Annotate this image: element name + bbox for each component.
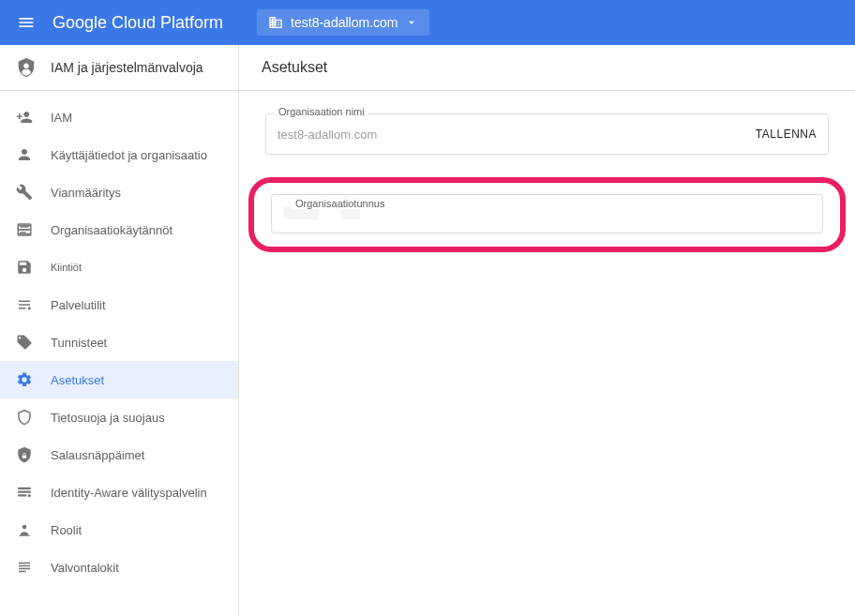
sidebar-item-iam[interactable]: IAM [0,98,238,136]
project-name: test8-adallom.com [291,15,398,30]
chevron-down-icon [405,16,418,29]
shield-outline-icon [15,408,34,427]
sidebar-item-troubleshoot[interactable]: Vianmääritys [0,173,238,211]
sidebar-item-label: Salausnäppäimet [51,448,144,462]
iap-icon [15,483,34,502]
hamburger-icon [17,13,36,32]
sidebar-item-label: Käyttäjätiedot ja organisaatio [51,148,207,162]
org-icon [268,15,283,30]
sidebar-nav: IAMKäyttäjätiedot ja organisaatioVianmää… [0,91,238,586]
org-name-row: test8-adallom.com TALLENNA [265,113,829,155]
accounts-icon [15,295,34,314]
org-id-highlight: Organisaatiotunnus [248,177,846,252]
sidebar-item-privacy[interactable]: Tietosuoja ja suojaus [0,398,238,436]
org-id-field-group: Organisaatiotunnus [271,194,823,233]
save-icon [15,258,34,277]
svg-point-3 [28,494,31,497]
sidebar-title: IAM ja järjestelmänvalvoja [51,60,203,75]
top-header: Google Cloud Platform test8-adallom.com [0,0,855,45]
sidebar-item-service-accounts[interactable]: Palvelutilit [0,286,238,323]
sidebar-item-roles[interactable]: Roolit [0,511,238,548]
svg-point-4 [22,525,27,530]
sidebar-item-identity[interactable]: Käyttäjätiedot ja organisaatio [0,136,238,173]
sidebar-item-label: Tietosuoja ja suojaus [51,411,165,425]
sidebar-item-org-policies[interactable]: Organisaatiokäytännöt [0,211,238,248]
wrench-icon [15,183,34,202]
content: Organisaation nimi test8-adallom.com TAL… [239,91,855,275]
sidebar-item-iap[interactable]: Identity-Aware välityspalvelin [0,473,238,511]
roles-icon [15,520,34,539]
sidebar-item-labels[interactable]: Tunnisteet [0,323,238,361]
sidebar-item-label: Palvelutilit [51,298,106,312]
save-button[interactable]: TALLENNA [756,128,817,141]
sidebar-item-label: Tunnisteet [51,336,107,350]
iam-shield-icon [15,56,38,79]
sidebar-item-quotas[interactable]: Kiintiöt [0,248,238,286]
person-icon [15,145,34,164]
org-name-input[interactable]: test8-adallom.com [278,128,756,142]
sidebar-header: IAM ja järjestelmänvalvoja [0,45,238,91]
sidebar-item-label: Asetukset [51,373,104,387]
svg-point-2 [28,307,31,309]
org-name-label: Organisaation nimi [275,106,368,117]
sidebar-item-encryption[interactable]: Salausnäppäimet [0,436,238,473]
tag-icon [15,333,34,352]
list-icon [15,220,34,239]
sidebar-item-settings[interactable]: Asetukset [0,361,238,398]
shield-lock-icon [15,445,34,464]
org-id-label: Organisaatiotunnus [292,198,388,209]
sidebar: IAM ja järjestelmänvalvoja IAMKäyttäjäti… [0,45,239,616]
page-title: Asetukset [239,45,855,91]
sidebar-item-label: IAM [51,111,72,125]
svg-point-0 [23,63,29,68]
sidebar-item-label: Vianmääritys [51,186,121,200]
sidebar-item-label: Roolit [51,523,82,537]
sidebar-item-label: Organisaatiokäytännöt [51,223,172,237]
person-plus-icon [15,108,34,127]
brand-title: Google Cloud Platform [52,13,223,33]
project-selector[interactable]: test8-adallom.com [257,9,429,36]
sidebar-item-label: Identity-Aware välityspalvelin [51,486,207,500]
sidebar-item-label: Kiintiöt [51,262,82,273]
gear-icon [15,370,34,389]
main: Asetukset Organisaation nimi test8-adall… [239,45,855,616]
org-name-field-group: Organisaation nimi test8-adallom.com TAL… [265,113,829,155]
sidebar-item-audit[interactable]: Valvontalokit [0,548,238,586]
sidebar-item-label: Valvontalokit [51,561,119,575]
audit-icon [15,558,34,577]
hamburger-menu-button[interactable] [8,4,45,41]
